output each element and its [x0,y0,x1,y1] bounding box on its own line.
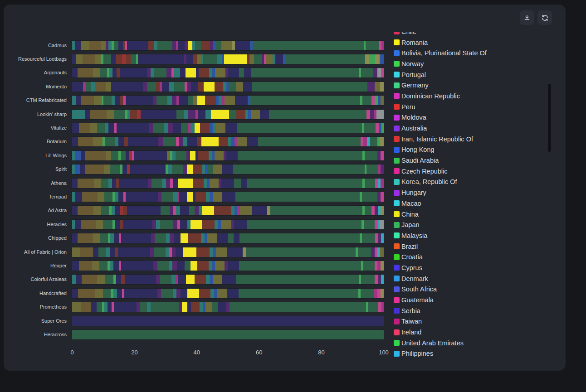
bar-segment[interactable] [138,54,184,64]
bar-segment[interactable] [215,261,225,271]
bar-segment[interactable] [244,68,251,77]
stacked-bar-row[interactable] [72,302,384,312]
bar-segment[interactable] [108,123,114,133]
bar-segment[interactable] [180,220,187,229]
bar-segment[interactable] [236,110,245,119]
bar-segment[interactable] [131,54,136,64]
bar-segment[interactable] [210,289,214,298]
bar-segment[interactable] [107,110,114,119]
stacked-bar-row[interactable] [72,68,384,77]
bar-segment[interactable] [378,165,381,174]
bar-segment[interactable] [187,165,192,174]
bar-segment[interactable] [123,206,127,215]
bar-segment[interactable] [103,220,112,229]
stacked-bar-row[interactable] [72,275,384,284]
bar-segment[interactable] [180,68,186,77]
bar-segment[interactable] [76,275,82,284]
bar-segment[interactable] [255,206,267,215]
bar-segment[interactable] [72,82,83,92]
bar-segment[interactable] [95,54,101,64]
bar-segment[interactable] [381,289,384,298]
bar-segment[interactable] [201,233,204,243]
bar-segment[interactable] [230,302,366,312]
bar-segment[interactable] [216,247,227,257]
bar-segment[interactable] [173,192,176,202]
bar-segment[interactable] [377,289,381,298]
bar-segment[interactable] [364,123,376,133]
bar-segment[interactable] [161,206,170,215]
bar-segment[interactable] [213,123,216,133]
bar-segment[interactable] [151,233,155,243]
bar-segment[interactable] [198,110,205,119]
bar-segment[interactable] [380,82,384,92]
bar-segment[interactable] [216,41,221,50]
bar-segment[interactable] [234,179,241,188]
bar-segment[interactable] [156,82,160,92]
bar-segment[interactable] [80,247,93,257]
bar-segment[interactable] [110,233,113,243]
bar-segment[interactable] [114,41,119,50]
bar-segment[interactable] [212,261,215,271]
bar-segment[interactable] [210,275,213,284]
bar-segment[interactable] [104,165,111,174]
bar-segment[interactable] [106,82,111,92]
bar-segment[interactable] [200,302,203,312]
bar-segment[interactable] [185,261,190,271]
bar-segment[interactable] [121,261,153,271]
bar-segment[interactable] [110,261,114,271]
bar-segment[interactable] [217,54,222,64]
bar-segment[interactable] [190,220,201,229]
legend-item[interactable]: Chile [394,32,548,37]
bar-segment[interactable] [202,206,214,215]
bar-segment[interactable] [375,247,378,257]
bar-segment[interactable] [233,165,365,174]
bar-segment[interactable] [81,302,91,312]
bar-segment[interactable] [380,220,383,229]
bar-segment[interactable] [75,220,81,229]
bar-segment[interactable] [181,123,188,133]
bar-segment[interactable] [72,261,79,271]
bar-segment[interactable] [171,275,176,284]
bar-segment[interactable] [176,110,184,119]
bar-segment[interactable] [377,192,381,202]
bar-segment[interactable] [218,302,226,312]
bar-segment[interactable] [202,220,215,229]
bar-segment[interactable] [109,68,112,77]
bar-segment[interactable] [222,165,233,174]
bar-segment[interactable] [78,68,93,77]
bar-segment[interactable] [176,206,180,215]
bar-segment[interactable] [366,165,378,174]
bar-segment[interactable] [205,110,211,119]
bar-segment[interactable] [127,206,161,215]
bar-segment[interactable] [148,41,154,50]
bar-segment[interactable] [85,165,103,174]
bar-segment[interactable] [365,179,376,188]
bar-segment[interactable] [112,179,117,188]
legend-item[interactable]: Peru [394,102,548,112]
bar-segment[interactable] [184,110,188,119]
bar-segment[interactable] [176,247,183,257]
stacked-bar-row[interactable] [72,110,384,119]
bar-segment[interactable] [381,275,384,284]
legend-item[interactable]: Taiwan [394,316,548,327]
legend-item[interactable]: Saudi Arabia [394,155,548,166]
bar-segment[interactable] [183,247,196,257]
bar-segment[interactable] [128,137,158,146]
stacked-bar-row[interactable] [72,54,384,64]
bar-segment[interactable] [75,192,82,202]
bar-segment[interactable] [143,82,147,92]
bar-segment[interactable] [72,220,75,229]
bar-segment[interactable] [112,68,117,77]
bar-segment[interactable] [191,302,200,312]
bar-segment[interactable] [114,110,125,119]
legend-item[interactable]: Czech Republic [394,166,548,177]
bar-segment[interactable] [231,206,234,215]
bar-segment[interactable] [170,233,173,243]
bar-segment[interactable] [205,233,208,243]
bar-segment[interactable] [247,179,362,188]
bar-segment[interactable] [176,137,179,146]
bar-segment[interactable] [137,302,140,312]
bar-segment[interactable] [381,41,384,50]
bar-segment[interactable] [203,54,217,64]
bar-segment[interactable] [186,68,196,77]
